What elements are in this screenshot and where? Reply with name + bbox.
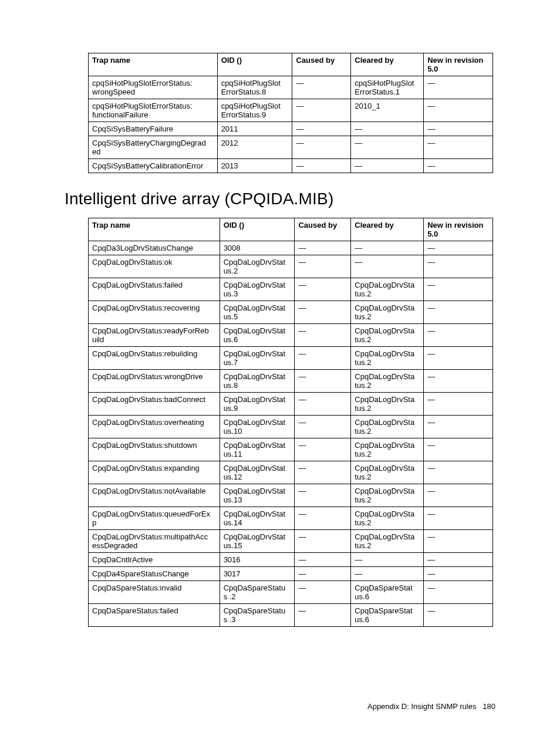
table-cell: CpqDaSpareStat us.6: [351, 604, 424, 627]
table-cell: 2011: [217, 122, 292, 136]
table-cell: —: [424, 581, 493, 604]
table-cell: CpqDaLogDrvSta tus.2: [351, 530, 424, 553]
table-cell: 3008: [220, 241, 295, 255]
table-cell: CpqDaLogDrvStatus:queuedForEx p: [89, 507, 220, 530]
col-new-in-rev: New in revision 5.0: [424, 53, 493, 76]
table-cell: CpqDaLogDrvStat us.12: [220, 461, 295, 484]
table-cell: CpqDaSpareStatus:failed: [89, 604, 220, 627]
table-cell: CpqDaLogDrvStatus:wrongDrive: [89, 370, 220, 393]
table-cell: 2013: [217, 159, 292, 173]
table-cell: —: [295, 530, 351, 553]
table-row: cpqSiHotPlugSlotErrorStatus: wrongSpeedc…: [89, 76, 493, 99]
table-cell: cpqSiHotPlugSlotErrorStatus: functionalF…: [89, 99, 218, 122]
table-cell: —: [295, 581, 351, 604]
table-cell: CpqDaLogDrvSta tus.2: [351, 278, 424, 301]
table-cell: —: [424, 347, 493, 370]
table-cell: CpqDaLogDrvSta tus.2: [351, 416, 424, 438]
table-cell: CpqDaLogDrvSta tus.2: [351, 484, 424, 507]
col-caused-by: Caused by: [295, 218, 351, 241]
table-row: CpqDaLogDrvStatus:notAvailableCpqDaLogDr…: [89, 484, 493, 507]
table-row: CpqDaCntlrActive3016———: [89, 553, 493, 567]
table-row: CpqDaLogDrvStatus:queuedForEx pCpqDaLogD…: [89, 507, 493, 530]
table-cell: CpqDaLogDrvStatus:recovering: [89, 301, 220, 324]
trap-table-2: Trap name OID () Caused by Cleared by Ne…: [88, 218, 493, 627]
table-row: CpqDaLogDrvStatus:multipathAcc essDegrad…: [89, 530, 493, 553]
page-footer: Appendix D: Insight SNMP rules 180: [367, 702, 495, 711]
table-row: CpqDaLogDrvStatus:recoveringCpqDaLogDrvS…: [89, 301, 493, 324]
table-cell: CpqDaLogDrvStatus:multipathAcc essDegrad…: [89, 530, 220, 553]
footer-text: Appendix D: Insight SNMP rules: [367, 702, 476, 711]
table-row: CpqDaLogDrvStatus:shutdownCpqDaLogDrvSta…: [89, 438, 493, 461]
table-cell: CpqDaLogDrvStat us.2: [220, 255, 295, 278]
table-cell: —: [424, 553, 493, 567]
table-cell: —: [424, 438, 493, 461]
col-trap-name: Trap name: [89, 218, 220, 241]
table-cell: —: [351, 136, 424, 159]
table-row: cpqSiHotPlugSlotErrorStatus: functionalF…: [89, 99, 493, 122]
table-row: CpqDaLogDrvStatus:failedCpqDaLogDrvStat …: [89, 278, 493, 301]
table-cell: CpqDaLogDrvStat us.9: [220, 393, 295, 416]
table-cell: CpqDaCntlrActive: [89, 553, 220, 567]
section-heading-cpqida: Intelligent drive array (CPQIDA.MIB): [65, 190, 495, 208]
table-cell: cpqSiHotPlugSlotErrorStatus: wrongSpeed: [89, 76, 218, 99]
col-cleared-by: Cleared by: [351, 53, 424, 76]
page-number: 180: [483, 702, 495, 711]
table-cell: CpqDaLogDrvStatus:ok: [89, 255, 220, 278]
table-cell: —: [351, 255, 424, 278]
table-cell: CpqDaLogDrvStat us.14: [220, 507, 295, 530]
table-cell: 3017: [220, 567, 295, 581]
table-cell: CpqDaLogDrvStat us.11: [220, 438, 295, 461]
table-cell: —: [424, 76, 493, 99]
table-cell: —: [292, 99, 351, 122]
table-cell: —: [295, 553, 351, 567]
table-cell: —: [295, 347, 351, 370]
table-row: CpqSiSysBatteryCalibrationError2013———: [89, 159, 493, 173]
table-cell: CpqDaLogDrvSta tus.2: [351, 347, 424, 370]
table-cell: —: [295, 324, 351, 347]
table-cell: CpqDaLogDrvStatus:readyForReb uild: [89, 324, 220, 347]
table-cell: CpqDaLogDrvStatus:shutdown: [89, 438, 220, 461]
table-cell: CpqDaLogDrvStat us.6: [220, 324, 295, 347]
table-cell: —: [424, 99, 493, 122]
table-cell: CpqDaSpareStat us.6: [351, 581, 424, 604]
table-cell: —: [295, 507, 351, 530]
table-cell: —: [295, 370, 351, 393]
table-cell: CpqSiSysBatteryChargingDegrad ed: [89, 136, 218, 159]
table-row: CpqSiSysBatteryChargingDegrad ed2012———: [89, 136, 493, 159]
table-row: CpqDaLogDrvStatus:expandingCpqDaLogDrvSt…: [89, 461, 493, 484]
table-cell: 2010_1: [351, 99, 424, 122]
table-cell: —: [295, 567, 351, 581]
table-cell: —: [424, 370, 493, 393]
table-row: CpqSiSysBatteryFailure2011———: [89, 122, 493, 136]
table-cell: —: [424, 507, 493, 530]
table-cell: —: [295, 416, 351, 438]
table-cell: —: [424, 530, 493, 553]
table-cell: CpqDaLogDrvStatus:badConnect: [89, 393, 220, 416]
table-cell: cpqSiHotPlugSlot ErrorStatus.9: [217, 99, 292, 122]
table-cell: —: [351, 241, 424, 255]
col-caused-by: Caused by: [292, 53, 351, 76]
table-cell: CpqDaLogDrvSta tus.2: [351, 370, 424, 393]
table-cell: —: [424, 241, 493, 255]
table-header-row: Trap name OID () Caused by Cleared by Ne…: [89, 218, 493, 241]
table-row: CpqDaLogDrvStatus:okCpqDaLogDrvStat us.2…: [89, 255, 493, 278]
table-cell: CpqDaLogDrvSta tus.2: [351, 324, 424, 347]
table-cell: —: [292, 159, 351, 173]
table-cell: CpqDaLogDrvStat us.7: [220, 347, 295, 370]
table-row: CpqDaSpareStatus:invalidCpqDaSpareStatu …: [89, 581, 493, 604]
table-cell: cpqSiHotPlugSlot ErrorStatus.8: [217, 76, 292, 99]
table-row: CpqDaLogDrvStatus:overheatingCpqDaLogDrv…: [89, 416, 493, 438]
col-oid: OID (): [217, 53, 292, 76]
table-cell: CpqDaLogDrvSta tus.2: [351, 301, 424, 324]
table-cell: —: [424, 324, 493, 347]
table-cell: CpqDaSpareStatu s .2: [220, 581, 295, 604]
col-new-in-rev: New in revision 5.0: [424, 218, 493, 241]
table-cell: —: [295, 255, 351, 278]
table-cell: CpqDa4SpareStatusChange: [89, 567, 220, 581]
table-cell: CpqDaLogDrvStatus:expanding: [89, 461, 220, 484]
table-cell: CpqDaLogDrvStat us.5: [220, 301, 295, 324]
table-cell: CpqDaSpareStatu s .3: [220, 604, 295, 627]
table-cell: CpqDaSpareStatus:invalid: [89, 581, 220, 604]
table-cell: —: [292, 76, 351, 99]
table-cell: —: [424, 255, 493, 278]
